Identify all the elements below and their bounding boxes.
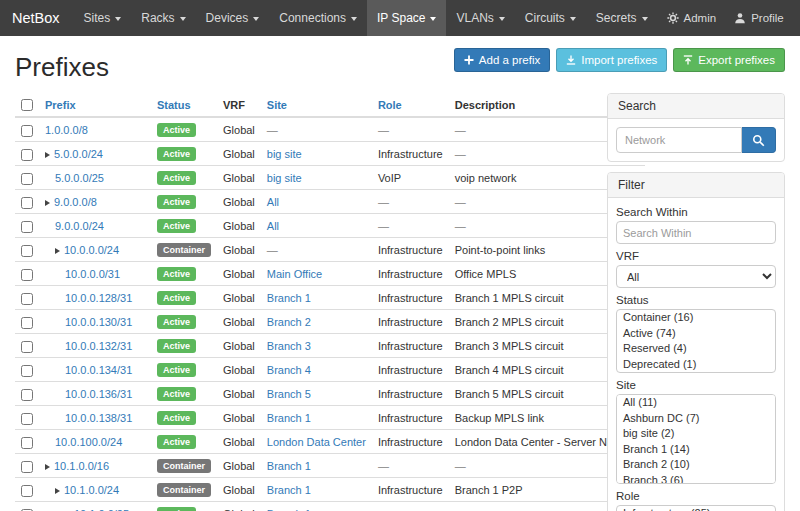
row-checkbox[interactable] xyxy=(21,293,33,305)
site-link[interactable]: Branch 1 xyxy=(267,484,311,496)
nav-item-racks[interactable]: Racks xyxy=(131,0,195,36)
prefix-link[interactable]: 9.0.0.0/24 xyxy=(55,220,104,232)
site-link[interactable]: Branch 1 xyxy=(267,460,311,472)
prefix-link[interactable]: 10.0.0.138/31 xyxy=(65,412,132,424)
row-checkbox[interactable] xyxy=(21,221,33,233)
role-listbox[interactable]: Infrastructure (25)Management (8)Private… xyxy=(616,505,776,511)
row-checkbox[interactable] xyxy=(21,269,33,281)
site-option[interactable]: Branch 1 (14) xyxy=(617,442,775,458)
expand-caret-icon[interactable] xyxy=(55,488,60,494)
vrf-select[interactable]: All xyxy=(616,265,776,288)
nav-item-secrets[interactable]: Secrets xyxy=(586,0,658,36)
row-checkbox[interactable] xyxy=(21,341,33,353)
prefix-link[interactable]: 10.1.0.0/24 xyxy=(64,484,119,496)
column-header-site[interactable]: Site xyxy=(261,93,372,117)
prefix-cell: 10.0.0.0/31 xyxy=(39,262,151,286)
export-prefixes-button[interactable]: Export prefixes xyxy=(673,48,785,72)
prefix-link[interactable]: 10.0.0.136/31 xyxy=(65,388,132,400)
prefix-link[interactable]: 5.0.0.0/24 xyxy=(54,148,103,160)
nav-item-ip-space[interactable]: IP Space xyxy=(367,0,446,36)
expand-caret-icon[interactable] xyxy=(55,248,60,254)
site-option[interactable]: big site (2) xyxy=(617,426,775,442)
site-link[interactable]: Branch 1 xyxy=(267,412,311,424)
site-option[interactable]: Branch 3 (6) xyxy=(617,473,775,485)
column-header-role[interactable]: Role xyxy=(372,93,449,117)
prefix-link[interactable]: 10.1.0.0/16 xyxy=(54,460,109,472)
prefix-link[interactable]: 10.0.0.134/31 xyxy=(65,364,132,376)
status-option[interactable]: Active (74) xyxy=(617,326,775,342)
user-menu-admin[interactable]: Admin xyxy=(658,0,726,36)
prefix-link[interactable]: 10.0.0.132/31 xyxy=(65,340,132,352)
search-input[interactable] xyxy=(616,127,742,153)
prefix-cell: 10.0.100.0/24 xyxy=(39,430,151,454)
prefix-link[interactable]: 10.0.0.130/31 xyxy=(65,316,132,328)
prefix-link[interactable]: 5.0.0.0/25 xyxy=(55,172,104,184)
site-link[interactable]: All xyxy=(267,196,279,208)
prefix-link[interactable]: 10.0.0.128/31 xyxy=(65,292,132,304)
search-button[interactable] xyxy=(742,127,776,153)
expand-caret-icon[interactable] xyxy=(45,152,50,158)
site-link[interactable]: Branch 4 xyxy=(267,364,311,376)
prefix-link[interactable]: 10.1.0.0/25 xyxy=(74,508,129,511)
expand-caret-icon[interactable] xyxy=(45,464,50,470)
filter-panel: Filter Search WithinVRFAllStatusContaine… xyxy=(607,172,785,511)
site-link[interactable]: Branch 5 xyxy=(267,388,311,400)
row-checkbox[interactable] xyxy=(21,365,33,377)
row-checkbox[interactable] xyxy=(21,197,33,209)
site-link[interactable]: Branch 2 xyxy=(267,316,311,328)
row-checkbox[interactable] xyxy=(21,125,33,137)
site-link[interactable]: Branch 3 xyxy=(267,340,311,352)
navbar: NetBox SitesRacksDevicesConnectionsIP Sp… xyxy=(0,0,800,36)
prefix-link[interactable]: 1.0.0.0/8 xyxy=(45,124,88,136)
prefix-link[interactable]: 10.0.0.0/31 xyxy=(65,268,120,280)
import-prefixes-button[interactable]: Import prefixes xyxy=(556,48,667,72)
add-a-prefix-button[interactable]: Add a prefix xyxy=(454,48,550,72)
site-link[interactable]: All xyxy=(267,220,279,232)
site-option[interactable]: Branch 2 (10) xyxy=(617,457,775,473)
gear-icon xyxy=(667,12,679,24)
status-option[interactable]: Deprecated (1) xyxy=(617,357,775,373)
site-link[interactable]: Branch 1 xyxy=(267,508,311,511)
site-link[interactable]: Branch 1 xyxy=(267,292,311,304)
column-header-status[interactable]: Status xyxy=(151,93,217,117)
nav-item-circuits[interactable]: Circuits xyxy=(515,0,586,36)
prefix-link[interactable]: 10.0.100.0/24 xyxy=(55,436,122,448)
status-option[interactable]: Container (16) xyxy=(617,310,775,326)
status-option[interactable]: Reserved (4) xyxy=(617,341,775,357)
nav-item-vlans[interactable]: VLANs xyxy=(446,0,514,36)
status-listbox[interactable]: Container (16)Active (74)Reserved (4)Dep… xyxy=(616,309,776,373)
nav-item-sites[interactable]: Sites xyxy=(74,0,132,36)
site-link[interactable]: big site xyxy=(267,172,302,184)
row-checkbox[interactable] xyxy=(21,413,33,425)
site-link[interactable]: London Data Center xyxy=(267,436,366,448)
row-checkbox[interactable] xyxy=(21,461,33,473)
site-link[interactable]: big site xyxy=(267,148,302,160)
nav-item-label: Devices xyxy=(206,11,249,25)
site-link[interactable]: Main Office xyxy=(267,268,322,280)
column-sort-link: Status xyxy=(157,99,191,111)
site-option[interactable]: All (11) xyxy=(617,395,775,411)
select-all-checkbox[interactable] xyxy=(21,99,33,111)
user-menu-log-out[interactable]: Log out xyxy=(793,0,800,36)
site-listbox[interactable]: All (11)Ashburn DC (7)big site (2)Branch… xyxy=(616,394,776,484)
column-header-prefix[interactable]: Prefix xyxy=(39,93,151,117)
nav-item-connections[interactable]: Connections xyxy=(269,0,367,36)
role-label: Role xyxy=(616,490,776,502)
app-brand[interactable]: NetBox xyxy=(12,0,60,36)
role-option[interactable]: Infrastructure (25) xyxy=(617,506,775,511)
search-panel-heading: Search xyxy=(608,94,784,119)
site-option[interactable]: Ashburn DC (7) xyxy=(617,411,775,427)
row-checkbox[interactable] xyxy=(21,485,33,497)
prefix-link[interactable]: 9.0.0.0/8 xyxy=(54,196,97,208)
search-within-input[interactable] xyxy=(616,221,776,244)
row-checkbox[interactable] xyxy=(21,149,33,161)
nav-item-devices[interactable]: Devices xyxy=(196,0,270,36)
user-menu-profile[interactable]: Profile xyxy=(725,0,793,36)
prefix-link[interactable]: 10.0.0.0/24 xyxy=(64,244,119,256)
expand-caret-icon[interactable] xyxy=(45,200,50,206)
row-checkbox[interactable] xyxy=(21,317,33,329)
row-checkbox[interactable] xyxy=(21,245,33,257)
row-checkbox[interactable] xyxy=(21,173,33,185)
row-checkbox[interactable] xyxy=(21,389,33,401)
row-checkbox[interactable] xyxy=(21,437,33,449)
